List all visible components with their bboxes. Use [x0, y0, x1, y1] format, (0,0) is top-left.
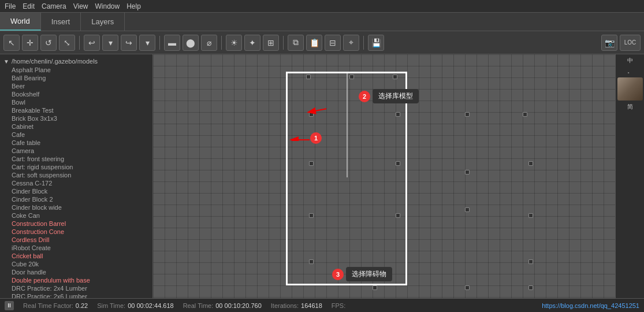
- menu-camera[interactable]: Camera: [42, 2, 66, 10]
- list-item-bookshelf[interactable]: Bookshelf: [0, 90, 152, 98]
- list-item[interactable]: Cinder block wide: [0, 203, 152, 211]
- move-tool-btn[interactable]: ✛: [22, 35, 38, 51]
- list-item[interactable]: Cabinet: [0, 122, 152, 131]
- simtime-val: 00 00:02:44.618: [128, 302, 174, 309]
- select-tool-btn[interactable]: ↖: [3, 35, 20, 51]
- right-text-1: 中: [627, 57, 633, 65]
- sep2: [159, 36, 160, 50]
- spot-btn[interactable]: ✦: [244, 35, 260, 51]
- redo-arrow-btn[interactable]: ▾: [139, 35, 155, 51]
- list-item[interactable]: Beer: [0, 82, 152, 90]
- list-item[interactable]: Cart: soft suspension: [0, 171, 152, 179]
- pause-button[interactable]: ⏸: [5, 301, 14, 310]
- list-item[interactable]: Camera: [0, 147, 152, 155]
- camera-btn[interactable]: 📷: [601, 35, 617, 51]
- right-text-3: 简: [627, 103, 633, 111]
- rotate-tool-btn[interactable]: ↺: [40, 35, 57, 51]
- annotation-3-num: 3: [332, 269, 344, 280]
- dot-marker: [465, 285, 470, 290]
- realtime-label: Real Time Factor:: [23, 302, 73, 309]
- annotation-2-label: 选择库模型: [373, 89, 419, 103]
- sun-btn[interactable]: ☀: [226, 35, 242, 51]
- list-item[interactable]: DRC Practice: 2x4 Lumber: [0, 284, 152, 292]
- undo-arrow-btn[interactable]: ▾: [102, 35, 118, 51]
- box-btn[interactable]: ▬: [164, 35, 180, 51]
- list-item[interactable]: Breakable Test: [0, 106, 152, 114]
- dot-marker: [349, 75, 354, 79]
- menu-window[interactable]: Window: [95, 2, 120, 10]
- align-btn[interactable]: ⊟: [325, 35, 341, 51]
- list-item[interactable]: DRC Practice: 2x6 Lumber: [0, 292, 152, 298]
- tree-root-label: /home/chenlin/.gazebo/models: [12, 58, 98, 65]
- main-area: ▼ /home/chenlin/.gazebo/models Asphalt P…: [0, 54, 644, 298]
- menu-view[interactable]: View: [73, 2, 88, 10]
- undo-btn[interactable]: ↩: [84, 35, 100, 51]
- list-item[interactable]: Cart: rigid suspension: [0, 163, 152, 171]
- sim-time: Sim Time: 00 00:02:44.618: [97, 302, 173, 309]
- blog-link[interactable]: https://blog.csdn.net/qq_42451251: [542, 302, 639, 309]
- copy-btn[interactable]: ⧉: [288, 35, 304, 51]
- list-item[interactable]: Cinder Block 2: [0, 195, 152, 203]
- dot-marker: [465, 112, 470, 117]
- redo-btn[interactable]: ↪: [121, 35, 137, 51]
- right-panel: 中 。 简: [615, 54, 644, 298]
- annotation-2-num: 2: [359, 91, 370, 102]
- list-item[interactable]: Cafe table: [0, 139, 152, 147]
- fps-label: FPS:: [332, 302, 345, 309]
- loc-btn[interactable]: LOC: [620, 35, 641, 51]
- viewport[interactable]: 1 2 选择库模型 3 选择障碍物 4 安装障碍物 ✕: [153, 54, 615, 298]
- dot-marker: [528, 161, 533, 166]
- list-item[interactable]: Ball Bearing: [0, 74, 152, 82]
- dot-marker: [465, 207, 470, 212]
- cylinder-btn[interactable]: ⌀: [201, 35, 217, 51]
- dot-marker: [373, 285, 377, 290]
- list-item-construction-cone[interactable]: Construction Cone: [0, 228, 152, 236]
- tab-world[interactable]: World: [0, 13, 41, 31]
- dot-marker: [309, 259, 314, 264]
- list-item-double-pendulum[interactable]: Double pendulum with base: [0, 276, 152, 284]
- menu-help[interactable]: Help: [126, 2, 141, 10]
- iterations-label: Iterations:: [271, 302, 299, 309]
- list-item[interactable]: Cafe: [0, 131, 152, 139]
- list-item[interactable]: iRobot Create: [0, 244, 152, 252]
- left-panel: ▼ /home/chenlin/.gazebo/models Asphalt P…: [0, 54, 153, 298]
- status-bar: ⏸ Real Time Factor: 0.22 Sim Time: 00 00…: [0, 298, 644, 312]
- list-item[interactable]: Cessna C-172: [0, 179, 152, 187]
- menu-file[interactable]: File: [5, 2, 16, 10]
- realtime2-label: Real Time:: [183, 302, 214, 309]
- save-btn[interactable]: 💾: [368, 35, 384, 51]
- list-item-cricket-ball[interactable]: Cricket ball: [0, 252, 152, 260]
- list-item[interactable]: Cinder Block: [0, 187, 152, 195]
- dot-marker: [393, 75, 397, 79]
- list-item[interactable]: Bowl: [0, 98, 152, 106]
- mesh-btn[interactable]: ⊞: [263, 35, 279, 51]
- list-item[interactable]: Cart: front steering: [0, 155, 152, 163]
- realtime-val: 0.22: [76, 302, 88, 309]
- thumbnail-image: [617, 77, 643, 101]
- tab-layers[interactable]: Layers: [81, 13, 125, 31]
- simtime-label: Sim Time:: [97, 302, 125, 309]
- tree-arrow: ▼: [3, 58, 9, 65]
- annotation-3-label: 选择障碍物: [346, 267, 392, 281]
- annotation-1: 1: [310, 132, 322, 144]
- tab-insert[interactable]: Insert: [41, 13, 81, 31]
- tree-root-item[interactable]: ▼ /home/chenlin/.gazebo/models: [0, 57, 152, 66]
- sphere-btn[interactable]: ⬤: [183, 35, 199, 51]
- model-tree: ▼ /home/chenlin/.gazebo/models Asphalt P…: [0, 54, 152, 298]
- list-item-construction-barrel[interactable]: Construction Barrel: [0, 220, 152, 228]
- snap-btn[interactable]: ⌖: [343, 35, 359, 51]
- menu-edit[interactable]: Edit: [23, 2, 35, 10]
- scale-tool-btn[interactable]: ⤡: [59, 35, 75, 51]
- paste-btn[interactable]: 📋: [306, 35, 322, 51]
- list-item[interactable]: Asphalt Plane: [0, 66, 152, 74]
- list-item-cordless-drill[interactable]: Cordless Drill: [0, 236, 152, 244]
- tab-bar: World Insert Layers: [0, 13, 644, 31]
- list-item[interactable]: Door handle: [0, 268, 152, 276]
- list-item[interactable]: Cube 20k: [0, 260, 152, 268]
- iterations-val: 164618: [301, 302, 322, 309]
- real-time: Real Time: 00 00:10:20.760: [183, 302, 262, 309]
- list-item[interactable]: Brick Box 3x1x3: [0, 114, 152, 122]
- annotation-3: 3 选择障碍物: [332, 267, 392, 281]
- list-item[interactable]: Coke Can: [0, 211, 152, 220]
- fps: FPS:: [332, 302, 345, 309]
